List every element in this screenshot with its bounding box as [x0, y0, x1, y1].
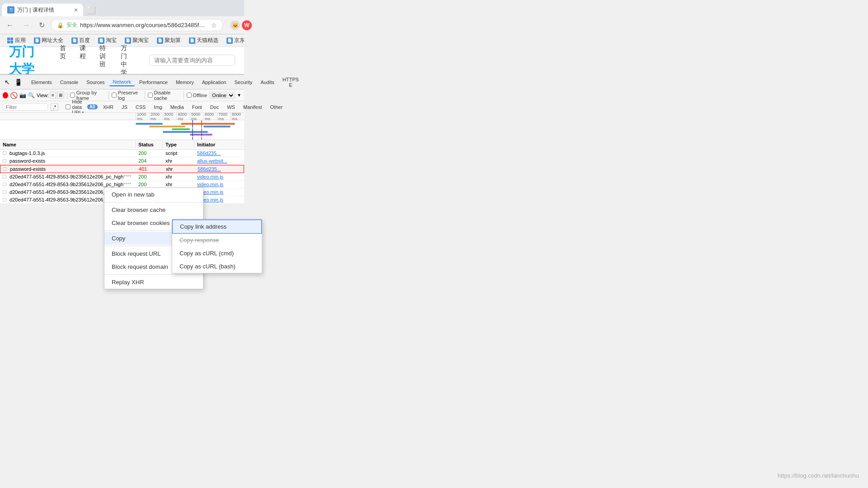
bookmark-jd[interactable]: 📄 京东商城 [223, 36, 244, 45]
console-tab[interactable]: Console [57, 79, 82, 86]
filter-img[interactable]: Img [151, 104, 165, 110]
bookmark-icon-2: 📄 [71, 38, 78, 44]
network-filter-input[interactable] [3, 103, 48, 111]
sources-tab[interactable]: Sources [83, 79, 108, 86]
throttle-select[interactable]: Online [209, 92, 235, 99]
bookmark-juhuasuan[interactable]: 📄 聚划算 [153, 36, 184, 45]
row-initiator: 586d235... [194, 150, 244, 157]
forward-button[interactable]: → [20, 20, 33, 30]
tab-close-icon[interactable]: × [74, 6, 78, 14]
audits-tab[interactable]: Audits [257, 79, 278, 86]
settings-chevron[interactable]: ▼ [237, 93, 241, 98]
table-row[interactable]: password-exists 204 xhr allus-websit... [0, 157, 244, 165]
filter-other[interactable]: Other [268, 104, 286, 110]
timeline-area: 1000 ms 2000 ms 3000 ms 4000 ms 5000 ms … [0, 113, 244, 140]
new-tab-icon[interactable]: ⬜ [85, 4, 98, 16]
submenu-item-copy-curl-cmd[interactable]: Copy as cURL (cmd) [172, 247, 262, 260]
network-tab[interactable]: Network [109, 78, 135, 86]
table-row-selected[interactable]: password-exists 401 xhr 586d235... [0, 165, 244, 173]
bookmark-label-7: 京东商城 [234, 37, 244, 44]
bookmark-star-icon[interactable]: ☆ [211, 22, 217, 29]
search-input[interactable] [149, 55, 235, 66]
nav-courses[interactable]: 课程 [80, 44, 86, 77]
filter-css[interactable]: CSS [133, 104, 149, 110]
site-nav: 首页 课程 特训班 万门中学 [60, 44, 131, 77]
filter-media[interactable]: Media [168, 104, 187, 110]
submenu-item-copy-link[interactable]: Copy link address [172, 220, 262, 234]
context-copy-label: Copy [112, 235, 125, 242]
row-initiator: allus-websit... [194, 157, 244, 164]
nav-special[interactable]: 特训班 [99, 44, 107, 77]
context-block-domain-label: Block request domain [112, 263, 168, 270]
nav-middle[interactable]: 万门中学 [121, 44, 131, 77]
context-clear-cache-label: Clear browser cache [112, 206, 165, 213]
row-initiator: video.min.js [194, 173, 244, 180]
ext-icon-1[interactable]: 🐱 [230, 20, 240, 30]
elements-tab[interactable]: Elements [28, 79, 56, 86]
row-name: d20ed477-b551-4f29-8563-9b235612e206_pc_… [0, 173, 136, 180]
refresh-button[interactable]: ↻ [36, 20, 47, 30]
bookmark-icon-5: 📄 [157, 38, 163, 44]
row-name: bugtags-1.0.3.js [0, 150, 136, 157]
view-list-icon[interactable]: ≡ [50, 92, 56, 99]
col-header-type: Type [163, 141, 194, 148]
context-menu-item-open[interactable]: Open in new tab [104, 188, 203, 201]
capture-screenshot-icon[interactable]: 📷 [19, 92, 26, 99]
memory-tab[interactable]: Memory [172, 79, 198, 86]
table-row[interactable]: d20ed477-b551-4f29-8563-9b235612e206_pc_… [0, 173, 244, 181]
filter-xhr[interactable]: XHR [100, 104, 116, 110]
filter-js[interactable]: JS [119, 104, 130, 110]
filter-ws[interactable]: WS [224, 104, 238, 110]
application-tab[interactable]: Application [198, 79, 230, 86]
ext-icon-2[interactable]: W [242, 20, 252, 30]
timeline-mark-3: 4000 ms [176, 113, 190, 120]
browser-window: 万 万门 | 课程详情 × ⬜ ← → ↻ 🔒 安全 https://www.w… [0, 0, 244, 204]
copy-response-label: Copy response [179, 237, 219, 244]
filter-doc[interactable]: Doc [208, 104, 222, 110]
submenu-item-copy-curl-bash[interactable]: Copy as cURL (bash) [172, 260, 262, 273]
col-header-initiator: Initiator [194, 141, 244, 148]
regex-toggle[interactable]: .* [51, 103, 58, 111]
filter-icon[interactable]: 🔍 [28, 92, 35, 99]
nav-home[interactable]: 首页 [60, 44, 66, 77]
context-menu-item-clear-cache[interactable]: Clear browser cache [104, 203, 203, 216]
address-bar: ← → ↻ 🔒 安全 https://www.wanmen.org/course… [0, 16, 244, 34]
bookmark-icon-6: 📄 [189, 38, 195, 44]
bookmark-tianmao[interactable]: 📄 天猫精选 [185, 36, 222, 45]
col-header-name: Name [0, 141, 136, 148]
disable-cache-checkbox[interactable]: Disable cache [148, 90, 181, 101]
tab-title: 万门 | 课程详情 [17, 6, 71, 14]
filter-manifest[interactable]: Manifest [241, 104, 265, 110]
row-type: xhr [163, 165, 195, 173]
view-grid-icon[interactable]: ⊞ [57, 92, 64, 99]
security-tab[interactable]: Security [231, 79, 256, 86]
context-block-url-label: Block request URL [112, 250, 160, 257]
clear-icon[interactable]: 🚫 [10, 92, 18, 99]
preserve-log-checkbox[interactable]: Preserve log [112, 90, 142, 101]
table-row[interactable]: bugtags-1.0.3.js 200 script 586d235... [0, 150, 244, 157]
devtools-panel: ↖ 📱 Elements Console Sources Network Per… [0, 74, 244, 204]
inspect-element-icon[interactable]: ↖ [3, 78, 12, 87]
bookmark-icon-7: 📄 [226, 38, 233, 44]
address-input[interactable]: 🔒 安全 https://www.wanmen.org/courses/586d… [51, 19, 223, 31]
site-logo[interactable]: 万门大学 [9, 43, 42, 78]
context-menu-item-replay[interactable]: Replay XHR [104, 276, 203, 289]
timeline-ruler: 1000 ms 2000 ms 3000 ms 4000 ms 5000 ms … [0, 113, 244, 120]
offline-checkbox[interactable]: Offline [187, 93, 208, 98]
active-tab[interactable]: 万 万门 | 课程详情 × [2, 4, 83, 16]
devtools-filter-row: .* Hide data URLs All XHR JS CSS Img Med… [0, 101, 244, 113]
device-toolbar-icon[interactable]: 📱 [13, 78, 24, 87]
view-label: View: [37, 93, 49, 98]
copy-link-label: Copy link address [180, 223, 226, 230]
dt-separator-5 [184, 91, 184, 99]
https-tab[interactable]: HTTPS E [279, 76, 302, 89]
filter-font[interactable]: Font [189, 104, 205, 110]
submenu-item-copy-response[interactable]: Copy response [172, 234, 262, 247]
back-button[interactable]: ← [4, 20, 16, 30]
performance-tab[interactable]: Performance [136, 79, 171, 86]
record-icon[interactable] [3, 92, 8, 99]
bookmark-label-3: 淘宝 [106, 37, 117, 44]
timeline-mark-7: 8000 ms [231, 113, 244, 120]
all-filter-badge[interactable]: All [87, 104, 98, 109]
bookmark-label-6: 天猫精选 [197, 37, 218, 44]
